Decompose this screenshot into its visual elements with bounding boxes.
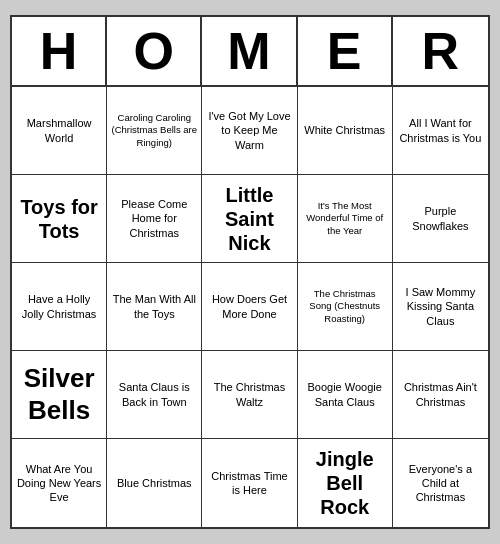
header-letter: R [393,17,488,85]
cell-text: It's The Most Wonderful Time of the Year [302,200,388,237]
cell-3-4: Christmas Ain't Christmas [393,351,488,439]
cell-4-0: What Are You Doing New Years Eve [12,439,107,527]
cell-2-1: The Man With All the Toys [107,263,202,351]
cell-text: The Man With All the Toys [111,292,197,321]
cell-text: Everyone's a Child at Christmas [397,462,484,505]
cell-text: Marshmallow World [16,116,102,145]
cell-text: Jingle Bell Rock [302,447,388,519]
bingo-grid: Marshmallow WorldCaroling Caroling (Chri… [12,87,488,527]
cell-text: Caroling Caroling (Christmas Bells are R… [111,112,197,149]
cell-0-3: White Christmas [298,87,393,175]
cell-3-2: The Christmas Waltz [202,351,297,439]
cell-2-4: I Saw Mommy Kissing Santa Claus [393,263,488,351]
cell-0-4: All I Want for Christmas is You [393,87,488,175]
bingo-card: HOMER Marshmallow WorldCaroling Caroling… [10,15,490,529]
cell-text: Christmas Ain't Christmas [397,380,484,409]
cell-text: Purple Snowflakes [397,204,484,233]
cell-text: Silver Bells [16,363,102,425]
cell-1-4: Purple Snowflakes [393,175,488,263]
cell-2-2: How Doers Get More Done [202,263,297,351]
header-letter: O [107,17,202,85]
cell-3-1: Santa Claus is Back in Town [107,351,202,439]
cell-text: Please Come Home for Christmas [111,197,197,240]
cell-4-4: Everyone's a Child at Christmas [393,439,488,527]
cell-1-2: Little Saint Nick [202,175,297,263]
cell-4-2: Christmas Time is Here [202,439,297,527]
header-letter: M [202,17,297,85]
cell-1-3: It's The Most Wonderful Time of the Year [298,175,393,263]
cell-0-2: I've Got My Love to Keep Me Warm [202,87,297,175]
cell-3-3: Boogie Woogie Santa Claus [298,351,393,439]
cell-text: What Are You Doing New Years Eve [16,462,102,505]
cell-text: White Christmas [304,123,385,137]
cell-0-0: Marshmallow World [12,87,107,175]
cell-1-0: Toys for Tots [12,175,107,263]
cell-2-0: Have a Holly Jolly Christmas [12,263,107,351]
cell-2-3: The Christmas Song (Chestnuts Roasting) [298,263,393,351]
cell-4-1: Blue Christmas [107,439,202,527]
cell-text: Boogie Woogie Santa Claus [302,380,388,409]
cell-text: Little Saint Nick [206,183,292,255]
cell-text: How Doers Get More Done [206,292,292,321]
cell-4-3: Jingle Bell Rock [298,439,393,527]
cell-3-0: Silver Bells [12,351,107,439]
cell-text: The Christmas Song (Chestnuts Roasting) [302,288,388,325]
cell-text: I've Got My Love to Keep Me Warm [206,109,292,152]
cell-text: Santa Claus is Back in Town [111,380,197,409]
cell-text: Toys for Tots [16,195,102,243]
bingo-header: HOMER [12,17,488,87]
cell-0-1: Caroling Caroling (Christmas Bells are R… [107,87,202,175]
cell-text: Blue Christmas [117,476,192,490]
cell-1-1: Please Come Home for Christmas [107,175,202,263]
cell-text: All I Want for Christmas is You [397,116,484,145]
cell-text: I Saw Mommy Kissing Santa Claus [397,285,484,328]
cell-text: Have a Holly Jolly Christmas [16,292,102,321]
cell-text: The Christmas Waltz [206,380,292,409]
cell-text: Christmas Time is Here [206,469,292,498]
header-letter: H [12,17,107,85]
header-letter: E [298,17,393,85]
